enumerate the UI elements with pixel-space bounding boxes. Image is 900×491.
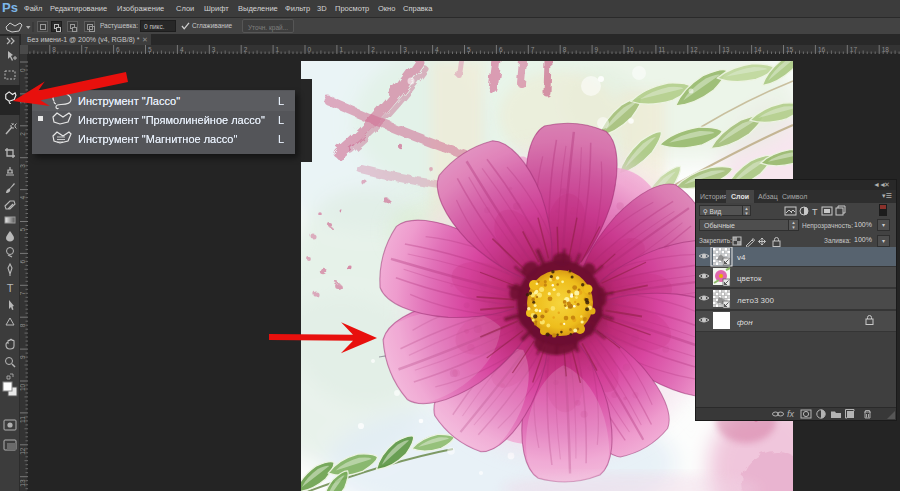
svg-text:9: 9	[20, 355, 26, 359]
svg-text:3: 3	[20, 164, 26, 168]
svg-text:14: 14	[754, 46, 762, 53]
svg-text:9: 9	[595, 46, 599, 53]
svg-text:1: 1	[276, 46, 280, 53]
svg-text:1: 1	[339, 46, 343, 53]
svg-text:10: 10	[627, 46, 635, 53]
svg-text:6: 6	[116, 46, 120, 53]
svg-text:8: 8	[52, 46, 56, 53]
svg-text:17: 17	[850, 46, 858, 53]
svg-text:2: 2	[244, 46, 248, 53]
svg-text:4: 4	[180, 46, 184, 53]
svg-text:0: 0	[308, 46, 312, 53]
svg-text:T: T	[7, 282, 14, 294]
svg-text:8: 8	[563, 46, 567, 53]
svg-text:4: 4	[435, 46, 439, 53]
svg-text:5: 5	[20, 228, 26, 232]
svg-text:6: 6	[20, 259, 26, 263]
svg-text:13: 13	[20, 479, 26, 487]
svg-text:2: 2	[20, 132, 26, 136]
svg-text:3: 3	[212, 46, 216, 53]
svg-text:4: 4	[20, 196, 26, 200]
svg-text:7: 7	[20, 291, 26, 295]
svg-text:7: 7	[84, 46, 88, 53]
svg-text:7: 7	[531, 46, 535, 53]
svg-text:2: 2	[371, 46, 375, 53]
svg-text:12: 12	[690, 46, 698, 53]
svg-text:6: 6	[499, 46, 503, 53]
svg-text:5: 5	[467, 46, 471, 53]
svg-text:3: 3	[403, 46, 407, 53]
svg-text:12: 12	[20, 447, 26, 455]
svg-text:0: 0	[20, 68, 26, 72]
svg-text:fx: fx	[787, 409, 795, 419]
svg-text:11: 11	[20, 416, 26, 423]
svg-text:8: 8	[20, 323, 26, 327]
svg-text:11: 11	[658, 46, 665, 53]
svg-text:5: 5	[148, 46, 152, 53]
svg-text:15: 15	[786, 46, 794, 53]
svg-text:18: 18	[882, 46, 890, 53]
svg-text:T: T	[812, 207, 818, 217]
svg-text:13: 13	[722, 46, 730, 53]
svg-text:16: 16	[818, 46, 826, 53]
svg-text:10: 10	[20, 383, 26, 391]
svg-text:1: 1	[20, 100, 26, 104]
